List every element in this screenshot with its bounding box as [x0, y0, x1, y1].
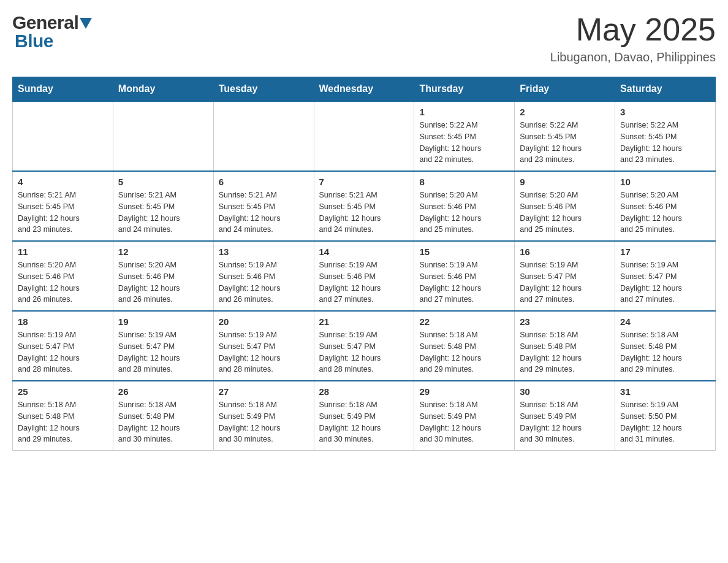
calendar-header-saturday: Saturday [615, 77, 716, 102]
calendar-table: SundayMondayTuesdayWednesdayThursdayFrid… [12, 77, 716, 451]
calendar-cell: 26Sunrise: 5:18 AMSunset: 5:48 PMDayligh… [113, 381, 213, 451]
week-row-1: 1Sunrise: 5:22 AMSunset: 5:45 PMDaylight… [13, 101, 716, 171]
day-number: 11 [18, 247, 108, 257]
week-row-3: 11Sunrise: 5:20 AMSunset: 5:46 PMDayligh… [13, 241, 716, 311]
day-number: 15 [419, 247, 509, 257]
calendar-cell [13, 101, 113, 171]
calendar-cell: 28Sunrise: 5:18 AMSunset: 5:49 PMDayligh… [314, 381, 414, 451]
day-info: Sunrise: 5:20 AMSunset: 5:46 PMDaylight:… [419, 190, 509, 236]
day-number: 13 [219, 247, 309, 257]
calendar-cell: 21Sunrise: 5:19 AMSunset: 5:47 PMDayligh… [314, 311, 414, 381]
calendar-cell: 3Sunrise: 5:22 AMSunset: 5:45 PMDaylight… [615, 101, 716, 171]
calendar-cell: 2Sunrise: 5:22 AMSunset: 5:45 PMDaylight… [515, 101, 615, 171]
day-number: 2 [520, 107, 610, 117]
day-number: 27 [219, 386, 309, 397]
logo-general-text: General [12, 12, 78, 33]
calendar-cell: 10Sunrise: 5:20 AMSunset: 5:46 PMDayligh… [615, 171, 716, 241]
title-section: May 2025 Libuganon, Davao, Philippines [550, 12, 716, 64]
day-info: Sunrise: 5:19 AMSunset: 5:46 PMDaylight:… [419, 259, 509, 305]
day-info: Sunrise: 5:21 AMSunset: 5:45 PMDaylight:… [219, 190, 309, 236]
day-info: Sunrise: 5:19 AMSunset: 5:46 PMDaylight:… [319, 259, 409, 305]
calendar-cell: 30Sunrise: 5:18 AMSunset: 5:49 PMDayligh… [515, 381, 615, 451]
day-number: 23 [520, 316, 610, 327]
day-info: Sunrise: 5:22 AMSunset: 5:45 PMDaylight:… [620, 120, 710, 166]
day-number: 10 [620, 177, 710, 187]
day-info: Sunrise: 5:22 AMSunset: 5:45 PMDaylight:… [419, 120, 509, 166]
day-number: 9 [520, 177, 610, 187]
logo-arrow-icon [80, 18, 92, 29]
day-number: 22 [419, 316, 509, 327]
day-info: Sunrise: 5:18 AMSunset: 5:49 PMDaylight:… [319, 399, 409, 445]
day-number: 16 [520, 247, 610, 257]
day-number: 29 [419, 386, 509, 397]
day-info: Sunrise: 5:21 AMSunset: 5:45 PMDaylight:… [118, 190, 208, 236]
calendar-cell: 27Sunrise: 5:18 AMSunset: 5:49 PMDayligh… [213, 381, 314, 451]
calendar-cell: 19Sunrise: 5:19 AMSunset: 5:47 PMDayligh… [113, 311, 213, 381]
day-number: 17 [620, 247, 710, 257]
day-info: Sunrise: 5:19 AMSunset: 5:47 PMDaylight:… [620, 259, 710, 305]
calendar-cell: 8Sunrise: 5:20 AMSunset: 5:46 PMDaylight… [414, 171, 515, 241]
calendar-header-tuesday: Tuesday [213, 77, 314, 102]
day-info: Sunrise: 5:18 AMSunset: 5:48 PMDaylight:… [620, 329, 710, 375]
day-info: Sunrise: 5:18 AMSunset: 5:48 PMDaylight:… [419, 329, 509, 375]
day-number: 26 [118, 386, 208, 397]
day-number: 6 [219, 177, 309, 187]
logo: General Blue [12, 12, 92, 52]
day-info: Sunrise: 5:22 AMSunset: 5:45 PMDaylight:… [520, 120, 610, 166]
calendar-cell: 18Sunrise: 5:19 AMSunset: 5:47 PMDayligh… [13, 311, 113, 381]
calendar-cell: 5Sunrise: 5:21 AMSunset: 5:45 PMDaylight… [113, 171, 213, 241]
day-number: 30 [520, 386, 610, 397]
day-info: Sunrise: 5:19 AMSunset: 5:47 PMDaylight:… [118, 329, 208, 375]
day-info: Sunrise: 5:19 AMSunset: 5:47 PMDaylight:… [319, 329, 409, 375]
day-number: 12 [118, 247, 208, 257]
calendar-header-monday: Monday [113, 77, 213, 102]
week-row-5: 25Sunrise: 5:18 AMSunset: 5:48 PMDayligh… [13, 381, 716, 451]
day-info: Sunrise: 5:18 AMSunset: 5:49 PMDaylight:… [520, 399, 610, 445]
calendar-header-friday: Friday [515, 77, 615, 102]
calendar-cell: 25Sunrise: 5:18 AMSunset: 5:48 PMDayligh… [13, 381, 113, 451]
calendar-cell: 7Sunrise: 5:21 AMSunset: 5:45 PMDaylight… [314, 171, 414, 241]
week-row-2: 4Sunrise: 5:21 AMSunset: 5:45 PMDaylight… [13, 171, 716, 241]
calendar-cell: 20Sunrise: 5:19 AMSunset: 5:47 PMDayligh… [213, 311, 314, 381]
day-info: Sunrise: 5:18 AMSunset: 5:48 PMDaylight:… [520, 329, 610, 375]
calendar-cell: 23Sunrise: 5:18 AMSunset: 5:48 PMDayligh… [515, 311, 615, 381]
page-header: General Blue May 2025 Libuganon, Davao, … [12, 12, 716, 64]
day-info: Sunrise: 5:20 AMSunset: 5:46 PMDaylight:… [18, 259, 108, 305]
day-info: Sunrise: 5:19 AMSunset: 5:46 PMDaylight:… [219, 259, 309, 305]
calendar-header-sunday: Sunday [13, 77, 113, 102]
day-number: 4 [18, 177, 108, 187]
day-info: Sunrise: 5:19 AMSunset: 5:47 PMDaylight:… [520, 259, 610, 305]
day-info: Sunrise: 5:18 AMSunset: 5:48 PMDaylight:… [118, 399, 208, 445]
calendar-cell: 13Sunrise: 5:19 AMSunset: 5:46 PMDayligh… [213, 241, 314, 311]
calendar-cell: 6Sunrise: 5:21 AMSunset: 5:45 PMDaylight… [213, 171, 314, 241]
calendar-cell: 24Sunrise: 5:18 AMSunset: 5:48 PMDayligh… [615, 311, 716, 381]
day-number: 20 [219, 316, 309, 327]
calendar-header-thursday: Thursday [414, 77, 515, 102]
calendar-cell: 12Sunrise: 5:20 AMSunset: 5:46 PMDayligh… [113, 241, 213, 311]
day-number: 24 [620, 316, 710, 327]
location-text: Libuganon, Davao, Philippines [550, 50, 716, 64]
calendar-cell: 17Sunrise: 5:19 AMSunset: 5:47 PMDayligh… [615, 241, 716, 311]
calendar-cell: 16Sunrise: 5:19 AMSunset: 5:47 PMDayligh… [515, 241, 615, 311]
calendar-cell: 15Sunrise: 5:19 AMSunset: 5:46 PMDayligh… [414, 241, 515, 311]
day-info: Sunrise: 5:19 AMSunset: 5:47 PMDaylight:… [219, 329, 309, 375]
day-number: 5 [118, 177, 208, 187]
calendar-header-row: SundayMondayTuesdayWednesdayThursdayFrid… [13, 77, 716, 102]
day-number: 8 [419, 177, 509, 187]
day-info: Sunrise: 5:18 AMSunset: 5:48 PMDaylight:… [18, 399, 108, 445]
calendar-cell [113, 101, 213, 171]
calendar-cell [213, 101, 314, 171]
day-number: 14 [319, 247, 409, 257]
day-number: 1 [419, 107, 509, 117]
calendar-cell [314, 101, 414, 171]
day-info: Sunrise: 5:19 AMSunset: 5:50 PMDaylight:… [620, 399, 710, 445]
month-title: May 2025 [550, 12, 716, 47]
day-info: Sunrise: 5:21 AMSunset: 5:45 PMDaylight:… [18, 190, 108, 236]
day-number: 21 [319, 316, 409, 327]
calendar-cell: 29Sunrise: 5:18 AMSunset: 5:49 PMDayligh… [414, 381, 515, 451]
calendar-cell: 9Sunrise: 5:20 AMSunset: 5:46 PMDaylight… [515, 171, 615, 241]
day-info: Sunrise: 5:19 AMSunset: 5:47 PMDaylight:… [18, 329, 108, 375]
day-number: 19 [118, 316, 208, 327]
calendar-cell: 11Sunrise: 5:20 AMSunset: 5:46 PMDayligh… [13, 241, 113, 311]
calendar-cell: 31Sunrise: 5:19 AMSunset: 5:50 PMDayligh… [615, 381, 716, 451]
